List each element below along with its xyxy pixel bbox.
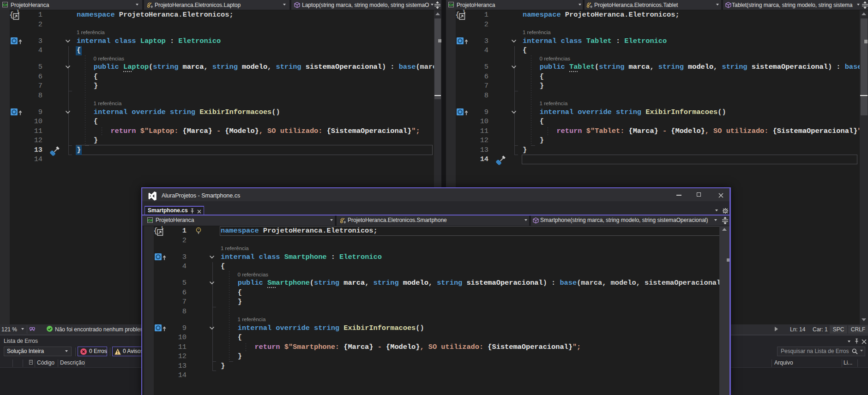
svg-text:{: { bbox=[153, 227, 158, 235]
svg-text:{: { bbox=[9, 11, 14, 19]
svg-text:{: { bbox=[455, 11, 460, 19]
